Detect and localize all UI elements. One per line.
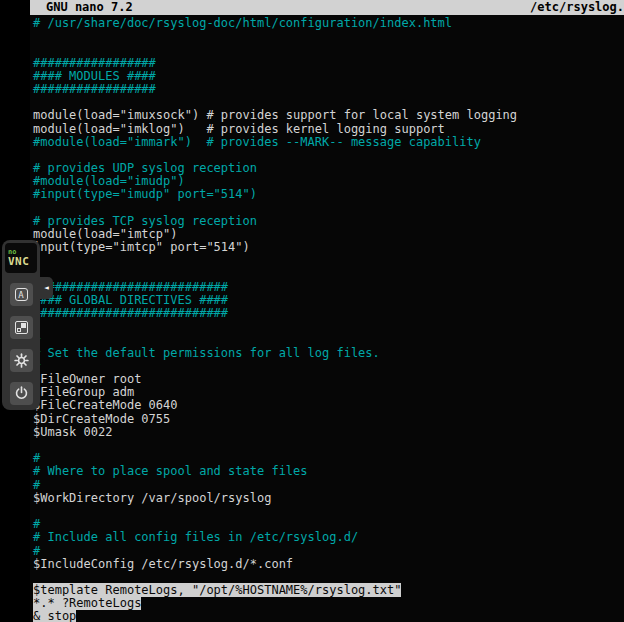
- clipboard-icon-letter: A: [18, 290, 23, 300]
- terminal-window: GNU nano 7.2 /etc/rsyslog. # /usr/share/…: [30, 0, 624, 622]
- panel-collapse-handle[interactable]: ◄: [40, 277, 53, 299]
- fullscreen-icon: [15, 321, 28, 334]
- editor-line: [33, 30, 624, 43]
- editor-line: # /usr/share/doc/rsyslog-doc/html/config…: [33, 17, 624, 30]
- editor-line: # Where to place spool and state files: [33, 465, 624, 478]
- novnc-control-bar: no VNC A: [2, 240, 40, 410]
- power-button[interactable]: [10, 382, 33, 405]
- editor-line: # Include all config files in /etc/rsysl…: [33, 531, 624, 544]
- editor-line: [33, 505, 624, 518]
- editor-line: $DirCreateMode 0755: [33, 413, 624, 426]
- editor-line: #module(load="immark") # provides --MARK…: [33, 136, 624, 149]
- nano-version: GNU nano 7.2: [46, 0, 133, 15]
- novnc-logo: no VNC: [5, 243, 37, 273]
- editor-line: # Set the default permissions for all lo…: [33, 347, 624, 360]
- editor-line: ###########################: [33, 307, 624, 320]
- editor-line: $IncludeConfig /etc/rsyslog.d/*.conf: [33, 558, 624, 571]
- editor-line: input(type="imtcp" port="514"): [33, 241, 624, 254]
- editor-line: [33, 439, 624, 452]
- settings-button[interactable]: [10, 349, 33, 372]
- power-icon: [14, 386, 29, 401]
- novnc-logo-vnc: VNC: [8, 256, 37, 267]
- editor-line: #input(type="imudp" port="514"): [33, 188, 624, 201]
- editor-line: $WorkDirectory /var/spool/rsyslog: [33, 492, 624, 505]
- settings-gear-icon: [14, 353, 29, 368]
- editor-line: $Umask 0022: [33, 426, 624, 439]
- clipboard-button[interactable]: A: [10, 283, 33, 306]
- fullscreen-button[interactable]: [10, 316, 33, 339]
- file-path: /etc/rsyslog.: [530, 0, 624, 15]
- chevron-left-icon: ◄: [44, 283, 49, 292]
- editor-line: [33, 254, 624, 267]
- clipboard-icon: A: [15, 288, 28, 301]
- editor-line: [33, 320, 624, 333]
- nano-titlebar: GNU nano 7.2 /etc/rsyslog.: [30, 0, 624, 15]
- editor-line: & stop: [33, 610, 624, 622]
- editor-content[interactable]: # /usr/share/doc/rsyslog-doc/html/config…: [30, 15, 624, 622]
- editor-line: #################: [33, 83, 624, 96]
- editor-line: *.* ?RemoteLogs: [33, 597, 624, 610]
